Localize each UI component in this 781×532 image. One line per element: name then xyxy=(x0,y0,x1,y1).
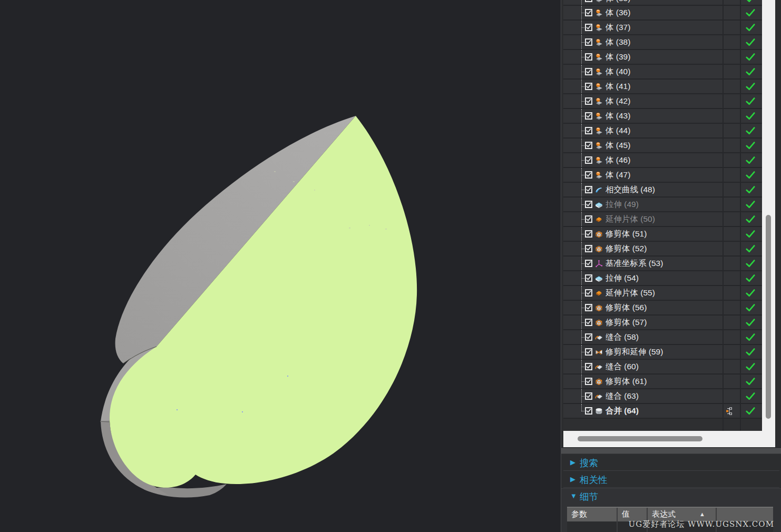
feature-label[interactable]: 合并 (64) xyxy=(606,406,639,417)
feature-label[interactable]: 修剪和延伸 (59) xyxy=(606,347,663,358)
tree-row[interactable]: 体 (35) xyxy=(563,0,762,6)
feature-label[interactable]: 延伸片体 (55) xyxy=(606,288,655,299)
vertical-scrollbar-thumb[interactable] xyxy=(766,215,771,419)
3d-viewport[interactable] xyxy=(0,0,561,532)
tree-row[interactable]: 合并 (64) xyxy=(563,404,762,419)
tree-row[interactable]: 缝合 (60) xyxy=(563,360,762,375)
visibility-checkbox[interactable] xyxy=(585,319,592,326)
visibility-checkbox[interactable] xyxy=(585,0,592,2)
tree-row[interactable]: 基准坐标系 (53) xyxy=(563,257,762,271)
feature-label[interactable]: 体 (46) xyxy=(606,155,630,166)
visibility-checkbox[interactable] xyxy=(585,24,592,31)
visibility-checkbox[interactable] xyxy=(585,53,592,61)
panel-splitter[interactable] xyxy=(561,448,781,454)
visibility-checkbox[interactable] xyxy=(585,186,592,193)
feature-label[interactable]: 体 (37) xyxy=(606,22,630,33)
visibility-checkbox[interactable] xyxy=(585,127,592,134)
visibility-checkbox[interactable] xyxy=(585,9,592,16)
visibility-checkbox[interactable] xyxy=(585,378,592,385)
tree-row[interactable]: 体 (39) xyxy=(563,50,762,65)
tree-row[interactable]: 体 (37) xyxy=(563,21,762,35)
tree-row[interactable]: 延伸片体 (55) xyxy=(563,286,762,301)
tree-row[interactable]: 拉伸 (54) xyxy=(563,271,762,286)
triangle-expanded-icon[interactable]: ▼ xyxy=(570,492,577,500)
feature-label[interactable]: 体 (43) xyxy=(606,111,630,122)
tree-row[interactable]: 体 (46) xyxy=(563,153,762,168)
feature-label[interactable]: 体 (44) xyxy=(606,125,630,136)
feature-label[interactable]: 体 (36) xyxy=(606,7,630,18)
tree-row[interactable]: 体 (47) xyxy=(563,168,762,183)
tree-row[interactable]: 修剪体 (57) xyxy=(563,316,762,330)
feature-label[interactable]: 体 (38) xyxy=(606,37,630,48)
tree-row[interactable]: 体 (36) xyxy=(563,6,762,21)
tree-row[interactable]: 体 (42) xyxy=(563,94,762,109)
feature-label[interactable]: 修剪体 (57) xyxy=(606,317,647,328)
triangle-collapsed-icon[interactable]: ▶ xyxy=(570,475,575,483)
feature-label[interactable]: 体 (47) xyxy=(606,170,630,181)
visibility-checkbox[interactable] xyxy=(585,83,592,90)
visibility-checkbox[interactable] xyxy=(585,407,592,415)
tree-row[interactable]: 修剪体 (51) xyxy=(563,227,762,242)
feature-label[interactable]: 基准坐标系 (53) xyxy=(606,258,663,269)
tree-vertical-scrollbar[interactable] xyxy=(762,0,775,447)
visibility-checkbox[interactable] xyxy=(585,156,592,164)
feature-label[interactable]: 拉伸 (54) xyxy=(606,273,639,284)
visibility-checkbox[interactable] xyxy=(585,304,592,311)
section-search[interactable]: ▶ 搜索 xyxy=(561,455,781,470)
feature-label[interactable]: 延伸片体 (50) xyxy=(606,214,655,225)
tree-row[interactable]: 体 (40) xyxy=(563,65,762,80)
feature-label[interactable]: 体 (40) xyxy=(606,66,630,77)
feature-label[interactable]: 拉伸 (49) xyxy=(606,199,639,210)
tree-row[interactable]: 缝合 (63) xyxy=(563,389,762,404)
tree-row[interactable]: 体 (41) xyxy=(563,80,762,94)
sew-icon xyxy=(594,392,603,401)
feature-label[interactable]: 体 (39) xyxy=(606,52,630,63)
tree-row[interactable]: 修剪和延伸 (59) xyxy=(563,345,762,360)
tree-row[interactable]: 修剪体 (61) xyxy=(563,375,762,389)
feature-label[interactable]: 修剪体 (52) xyxy=(606,243,647,254)
visibility-checkbox[interactable] xyxy=(585,392,592,400)
visibility-checkbox[interactable] xyxy=(585,289,592,297)
feature-label[interactable]: 体 (45) xyxy=(606,140,630,151)
feature-label[interactable]: 体 (41) xyxy=(606,81,630,92)
tree-row[interactable]: 体 (44) xyxy=(563,124,762,139)
feature-label[interactable]: 体 (35) xyxy=(606,0,630,4)
tree-row[interactable]: 修剪体 (56) xyxy=(563,301,762,316)
visibility-checkbox[interactable] xyxy=(585,348,592,356)
triangle-collapsed-icon[interactable]: ▶ xyxy=(570,458,575,466)
visibility-checkbox[interactable] xyxy=(585,68,592,75)
feature-label[interactable]: 修剪体 (56) xyxy=(606,302,647,313)
visibility-checkbox[interactable] xyxy=(585,112,592,120)
column-header-parameter[interactable]: 参数 xyxy=(567,508,618,521)
horizontal-scrollbar-thumb[interactable] xyxy=(578,436,702,441)
tree-row[interactable]: 修剪体 (52) xyxy=(563,242,762,257)
tree-row[interactable]: 拉伸 (49) xyxy=(563,198,762,212)
tree-row[interactable]: 体 (45) xyxy=(563,139,762,153)
visibility-checkbox[interactable] xyxy=(585,363,592,370)
tree-horizontal-scrollbar[interactable] xyxy=(563,431,775,447)
tree-row[interactable]: 缝合 (58) xyxy=(563,330,762,345)
visibility-checkbox[interactable] xyxy=(585,260,592,267)
visibility-checkbox[interactable] xyxy=(585,230,592,238)
tree-row[interactable]: 体 (38) xyxy=(563,35,762,50)
feature-label[interactable]: 体 (42) xyxy=(606,96,630,107)
visibility-checkbox[interactable] xyxy=(585,97,592,105)
feature-label[interactable]: 相交曲线 (48) xyxy=(606,184,655,195)
feature-label[interactable]: 修剪体 (51) xyxy=(606,229,647,240)
visibility-checkbox[interactable] xyxy=(585,215,592,223)
visibility-checkbox[interactable] xyxy=(585,245,592,252)
visibility-checkbox[interactable] xyxy=(585,38,592,46)
visibility-checkbox[interactable] xyxy=(585,142,592,149)
tree-row[interactable]: 相交曲线 (48) xyxy=(563,183,762,198)
section-dependencies[interactable]: ▶ 相关性 xyxy=(561,472,781,487)
visibility-checkbox[interactable] xyxy=(585,201,592,208)
tree-row[interactable]: 体 (43) xyxy=(563,109,762,124)
feature-label[interactable]: 缝合 (58) xyxy=(606,332,639,343)
tree-row[interactable]: 延伸片体 (50) xyxy=(563,212,762,227)
visibility-checkbox[interactable] xyxy=(585,333,592,341)
feature-label[interactable]: 缝合 (63) xyxy=(606,391,639,402)
feature-label[interactable]: 缝合 (60) xyxy=(606,361,639,372)
feature-label[interactable]: 修剪体 (61) xyxy=(606,376,647,387)
visibility-checkbox[interactable] xyxy=(585,171,592,179)
visibility-checkbox[interactable] xyxy=(585,274,592,282)
